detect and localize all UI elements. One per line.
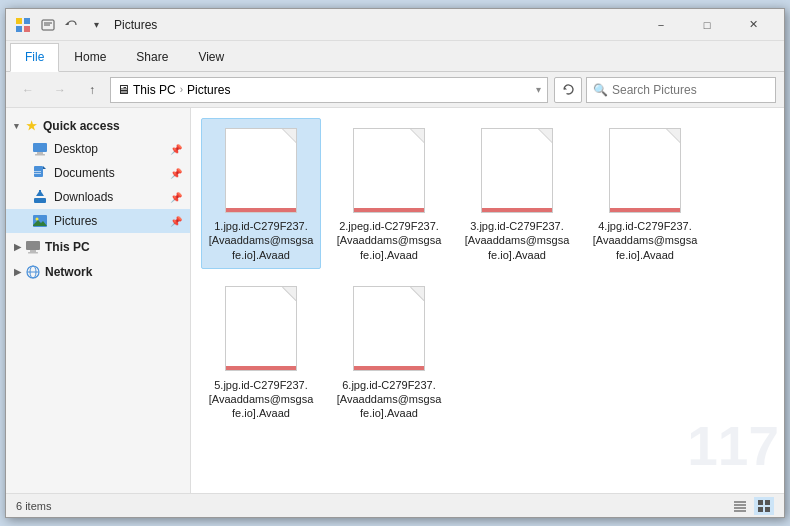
star-icon: ★ <box>23 118 39 134</box>
address-part-thispc: 🖥 This PC <box>117 82 176 97</box>
close-button[interactable]: ✕ <box>730 9 776 41</box>
window-icon <box>14 16 32 34</box>
svg-rect-11 <box>35 154 45 156</box>
svg-rect-32 <box>758 500 763 505</box>
svg-marker-13 <box>43 166 46 169</box>
sidebar-label-pictures: Pictures <box>54 214 97 228</box>
sidebar-section-quick-access[interactable]: ▾ ★ Quick access <box>6 112 190 137</box>
file-name-4: 4.jpg.id-C279F237.[Avaaddams@msgsafe.io]… <box>592 219 698 262</box>
file-item-2[interactable]: 2.jpeg.id-C279F237.[Avaaddams@msgsafe.io… <box>329 118 449 269</box>
forward-button[interactable]: → <box>46 77 74 103</box>
svg-rect-16 <box>34 198 46 203</box>
sidebar-label-network: Network <box>45 265 92 279</box>
svg-rect-9 <box>33 143 47 152</box>
qat-properties-button[interactable] <box>38 15 58 35</box>
computer-icon-sidebar <box>25 239 41 255</box>
svg-rect-34 <box>758 507 763 512</box>
file-icon-5 <box>221 284 301 374</box>
file-icon-4 <box>605 125 685 215</box>
sidebar-label-downloads: Downloads <box>54 190 113 204</box>
svg-rect-35 <box>765 507 770 512</box>
search-input[interactable] <box>612 83 769 97</box>
main-area: ▾ ★ Quick access Desktop 📌 Documents 📌 <box>6 108 784 493</box>
tab-share[interactable]: Share <box>121 43 183 71</box>
svg-rect-2 <box>16 26 22 32</box>
tab-view[interactable]: View <box>183 43 239 71</box>
file-item-5[interactable]: 5.jpg.id-C279F237.[Avaaddams@msgsafe.io]… <box>201 277 321 428</box>
svg-rect-3 <box>24 26 30 32</box>
address-dropdown-arrow[interactable]: ▾ <box>536 84 541 95</box>
sidebar-item-downloads[interactable]: Downloads 📌 <box>6 185 190 209</box>
file-item-1[interactable]: 1.jpg.id-C279F237.[Avaaddams@msgsafe.io]… <box>201 118 321 269</box>
ribbon: File Home Share View <box>6 41 784 72</box>
minimize-button[interactable]: − <box>638 9 684 41</box>
svg-rect-0 <box>16 18 22 24</box>
list-view-button[interactable] <box>730 497 750 515</box>
sidebar-label-documents: Documents <box>54 166 115 180</box>
window-title: Pictures <box>114 18 638 32</box>
window-controls: − □ ✕ <box>638 9 776 41</box>
refresh-icon <box>562 83 575 96</box>
sidebar-item-pictures[interactable]: Pictures 📌 <box>6 209 190 233</box>
file-name-6: 6.jpg.id-C279F237.[Avaaddams@msgsafe.io]… <box>336 378 442 421</box>
status-bar: 6 items <box>6 493 784 517</box>
desktop-icon <box>32 141 48 157</box>
pin-icon-documents: 📌 <box>170 168 182 179</box>
address-sep-1: › <box>180 84 183 95</box>
file-icon-6 <box>349 284 429 374</box>
tab-home[interactable]: Home <box>59 43 121 71</box>
grid-view-button[interactable] <box>754 497 774 515</box>
view-toggle-group <box>730 497 774 515</box>
sidebar-label-desktop: Desktop <box>54 142 98 156</box>
svg-marker-7 <box>65 22 68 25</box>
address-part-pictures: Pictures <box>187 83 230 97</box>
file-item-6[interactable]: 6.jpg.id-C279F237.[Avaaddams@msgsafe.io]… <box>329 277 449 428</box>
item-count: 6 items <box>16 500 51 512</box>
refresh-button[interactable] <box>554 77 582 103</box>
svg-rect-24 <box>28 252 38 254</box>
sidebar-label-quick-access: Quick access <box>43 119 120 133</box>
quick-access-toolbar: ▾ <box>38 15 106 35</box>
ribbon-tabs: File Home Share View <box>6 41 784 71</box>
svg-rect-33 <box>765 500 770 505</box>
up-button[interactable]: ↑ <box>78 77 106 103</box>
address-box[interactable]: 🖥 This PC › Pictures ▾ <box>110 77 548 103</box>
file-name-3: 3.jpg.id-C279F237.[Avaaddams@msgsafe.io]… <box>464 219 570 262</box>
qat-dropdown-button[interactable]: ▾ <box>86 15 106 35</box>
search-box[interactable]: 🔍 <box>586 77 776 103</box>
file-icon-2 <box>349 125 429 215</box>
svg-rect-15 <box>34 173 41 174</box>
sidebar-label-this-pc: This PC <box>45 240 90 254</box>
qat-undo-button[interactable] <box>62 15 82 35</box>
file-grid: 117 1.jpg.id-C279F237.[Avaaddams@msgsafe… <box>191 108 784 493</box>
pin-icon-downloads: 📌 <box>170 192 182 203</box>
svg-rect-22 <box>26 241 40 250</box>
expand-arrow-network: ▶ <box>14 267 21 277</box>
back-button[interactable]: ← <box>14 77 42 103</box>
downloads-icon <box>32 189 48 205</box>
file-name-1: 1.jpg.id-C279F237.[Avaaddams@msgsafe.io]… <box>208 219 314 262</box>
svg-rect-18 <box>39 190 41 196</box>
svg-rect-10 <box>37 152 43 154</box>
tab-file[interactable]: File <box>10 43 59 72</box>
sidebar-item-desktop[interactable]: Desktop 📌 <box>6 137 190 161</box>
title-bar: ▾ Pictures − □ ✕ <box>6 9 784 41</box>
svg-rect-14 <box>34 171 41 172</box>
maximize-button[interactable]: □ <box>684 9 730 41</box>
sidebar: ▾ ★ Quick access Desktop 📌 Documents 📌 <box>6 108 191 493</box>
documents-icon <box>32 165 48 181</box>
address-bar-row: ← → ↑ 🖥 This PC › Pictures ▾ 🔍 <box>6 72 784 108</box>
sidebar-section-network[interactable]: ▶ Network <box>6 258 190 283</box>
file-item-3[interactable]: 3.jpg.id-C279F237.[Avaaddams@msgsafe.io]… <box>457 118 577 269</box>
computer-icon: 🖥 <box>117 82 130 97</box>
explorer-window: ▾ Pictures − □ ✕ File Home Share View ← … <box>5 8 785 518</box>
expand-arrow-this-pc: ▶ <box>14 242 21 252</box>
file-item-4[interactable]: 4.jpg.id-C279F237.[Avaaddams@msgsafe.io]… <box>585 118 705 269</box>
file-name-5: 5.jpg.id-C279F237.[Avaaddams@msgsafe.io]… <box>208 378 314 421</box>
pin-icon-desktop: 📌 <box>170 144 182 155</box>
expand-arrow-quick-access: ▾ <box>14 121 19 131</box>
search-icon: 🔍 <box>593 83 608 97</box>
sidebar-section-this-pc[interactable]: ▶ This PC <box>6 233 190 258</box>
sidebar-item-documents[interactable]: Documents 📌 <box>6 161 190 185</box>
network-icon <box>25 264 41 280</box>
